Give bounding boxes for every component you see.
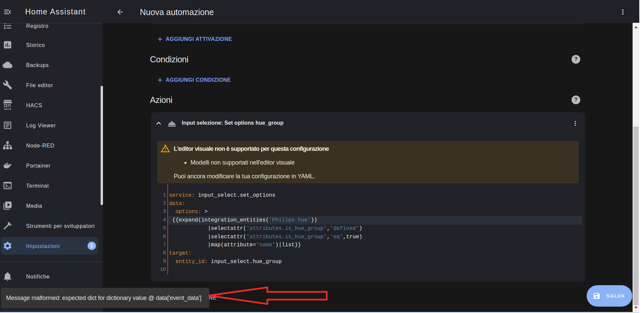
svg-text:HACS: HACS — [4, 108, 11, 111]
